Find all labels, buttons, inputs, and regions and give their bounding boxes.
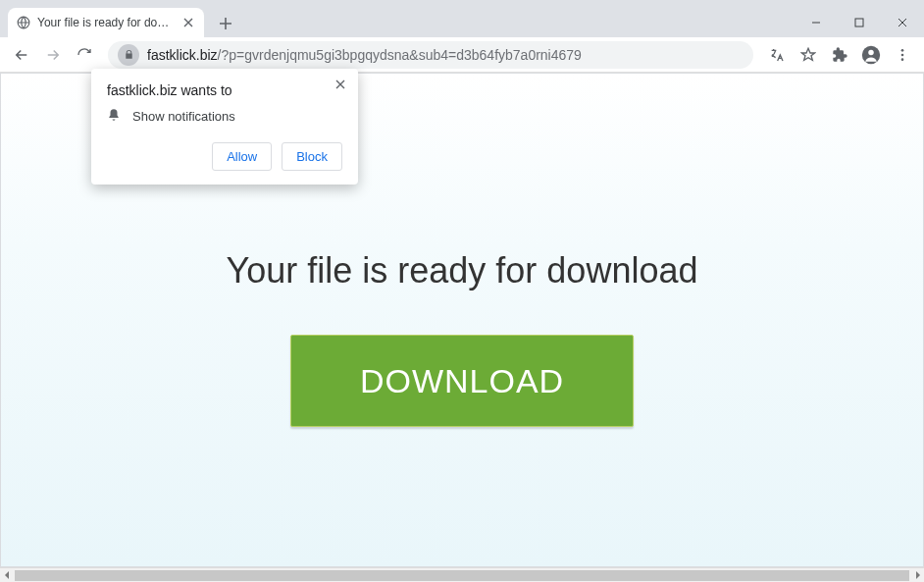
svg-point-5	[901, 53, 904, 56]
window-titlebar	[0, 0, 924, 8]
scroll-right-arrow-icon[interactable]	[909, 568, 924, 583]
svg-rect-1	[855, 19, 863, 26]
lock-icon	[118, 44, 139, 66]
globe-icon	[16, 15, 31, 30]
allow-button[interactable]: Allow	[212, 142, 272, 171]
download-button[interactable]: DOWNLOAD	[290, 335, 634, 427]
window-minimize-button[interactable]	[795, 8, 838, 37]
svg-point-6	[901, 58, 904, 61]
reload-button[interactable]	[71, 41, 98, 69]
forward-button[interactable]	[39, 41, 67, 69]
prompt-permission-label: Show notifications	[132, 109, 235, 124]
address-bar[interactable]: fastklick.biz/?p=gvrdenjqmu5gi3bpgqydsna…	[108, 41, 753, 69]
window-controls	[795, 8, 924, 37]
url-path: /?p=gvrdenjqmu5gi3bpgqydsna&sub4=d3b64fy…	[218, 47, 582, 63]
translate-icon[interactable]	[763, 41, 791, 69]
kebab-menu-icon[interactable]	[889, 41, 916, 69]
page-headline: Your file is ready for download	[227, 250, 698, 291]
new-tab-button[interactable]	[212, 10, 239, 37]
tab-title: Your file is ready for download	[37, 16, 175, 29]
prompt-permission-row: Show notifications	[107, 108, 342, 125]
tab-strip: Your file is ready for download	[0, 8, 924, 37]
svg-point-4	[901, 49, 904, 52]
bell-icon	[107, 108, 121, 125]
scroll-left-arrow-icon[interactable]	[0, 568, 15, 583]
window-maximize-button[interactable]	[838, 8, 881, 37]
url-domain: fastklick.biz	[147, 47, 218, 63]
tab-close-icon[interactable]	[180, 15, 196, 30]
profile-avatar-icon[interactable]	[857, 41, 885, 69]
block-button[interactable]: Block	[282, 142, 342, 171]
url-text: fastklick.biz/?p=gvrdenjqmu5gi3bpgqydsna…	[147, 47, 744, 63]
browser-tab[interactable]: Your file is ready for download	[8, 8, 204, 37]
notification-permission-prompt: fastklick.biz wants to Show notification…	[91, 69, 358, 185]
prompt-title: fastklick.biz wants to	[107, 82, 342, 98]
prompt-close-icon[interactable]	[331, 75, 350, 94]
window-close-button[interactable]	[881, 8, 924, 37]
scrollbar-track[interactable]	[15, 568, 909, 583]
scrollbar-thumb[interactable]	[15, 570, 909, 581]
horizontal-scrollbar[interactable]	[0, 567, 924, 582]
bookmark-star-icon[interactable]	[795, 41, 822, 69]
extensions-icon[interactable]	[826, 41, 853, 69]
back-button[interactable]	[8, 41, 35, 69]
browser-toolbar: fastklick.biz/?p=gvrdenjqmu5gi3bpgqydsna…	[0, 37, 924, 73]
svg-point-3	[868, 49, 874, 55]
